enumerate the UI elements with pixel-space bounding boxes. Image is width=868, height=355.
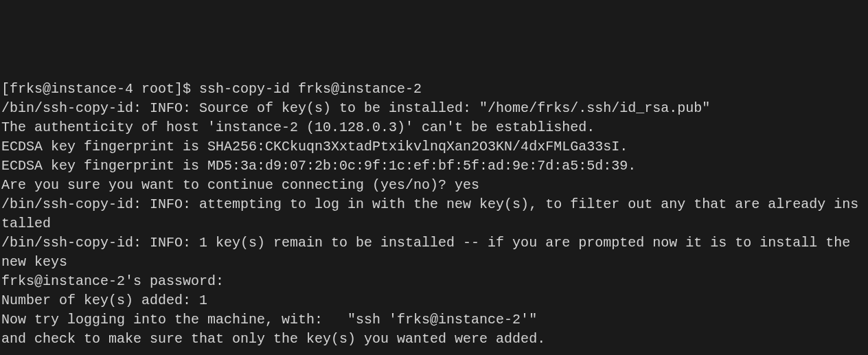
terminal-output-line: Are you sure you want to continue connec… [1,176,867,195]
terminal-output-line: frks@instance-2's password: [1,272,867,291]
terminal-output-line: The authenticity of host 'instance-2 (10… [1,118,867,137]
terminal-output-line: and check to make sure that only the key… [1,330,867,349]
terminal-output-line: /bin/ssh-copy-id: INFO: Source of key(s)… [1,99,867,118]
terminal-prompt-line[interactable]: [frks@instance-4 root]$ ssh-copy-id frks… [1,80,867,99]
terminal-output-line: ECDSA key fingerprint is MD5:3a:d9:07:2b… [1,157,867,176]
terminal-output-line: /bin/ssh-copy-id: INFO: 1 key(s) remain … [1,233,867,272]
terminal-output-line: /bin/ssh-copy-id: INFO: attempting to lo… [1,195,867,233]
terminal-output-line: ECDSA key fingerprint is SHA256:CKCkuqn3… [1,137,867,157]
shell-prompt: [frks@instance-4 root]$ [1,81,199,97]
terminal-output-line: Number of key(s) added: 1 [1,291,867,310]
shell-command: ssh-copy-id frks@instance-2 [199,81,422,97]
terminal-output-line: Now try logging into the machine, with: … [1,310,867,330]
